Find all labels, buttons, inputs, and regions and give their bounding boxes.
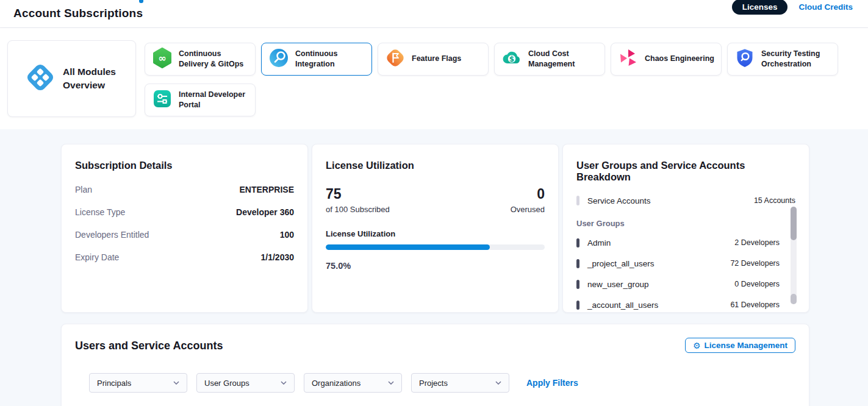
user-group-count: 72 Developers — [730, 259, 780, 268]
service-accounts-label: Service Accounts — [587, 196, 651, 205]
user-group-row: new_user_group 0 Developers — [576, 274, 780, 294]
module-card-continuous-integration[interactable]: Continuous Integration — [261, 43, 372, 76]
user-group-count: 61 Developers — [730, 301, 780, 309]
module-cards: ∞ Continuous Delivery & GitOps Continuou… — [145, 43, 840, 116]
subscription-row: Developers Entitled 100 — [75, 230, 294, 240]
user-group-marker-icon — [576, 238, 579, 248]
license-management-label: License Management — [704, 341, 787, 350]
user-group-list: Admin 2 Developers _project_all_users 72… — [576, 232, 780, 315]
cloud-cost-icon: $ — [501, 48, 522, 71]
gear-icon: ⚙ — [693, 341, 701, 350]
breadcrumb-fragment — [139, 0, 143, 3]
continuous-integration-icon — [268, 48, 289, 71]
breakdown-scrollbar[interactable] — [791, 207, 797, 304]
module-card-internal-developer-portal[interactable]: Internal Developer Portal — [145, 84, 256, 116]
row-label: Developers Entitled — [75, 230, 149, 240]
row-value: ENTERPRISE — [240, 185, 294, 194]
module-card-cloud-cost[interactable]: $ Cloud Cost Management — [494, 43, 605, 76]
service-accounts-value: 15 Accounts — [754, 196, 795, 205]
subscription-details-card: Subscription Details Plan ENTERPRISE Lic… — [61, 144, 308, 313]
all-modules-overview-label: All Modules Overview — [63, 65, 119, 93]
subscription-row: Expiry Date 1/1/2030 — [75, 252, 294, 262]
user-group-row: Admin 2 Developers — [576, 232, 780, 253]
subscription-row: License Type Developer 360 — [75, 207, 294, 217]
header-tabs: Licenses Cloud Credits — [732, 0, 853, 15]
licenses-tab[interactable]: Licenses — [732, 0, 788, 15]
breakdown-card: User Groups and Service Accounts Breakdo… — [562, 144, 809, 313]
user-groups-header: User Groups — [576, 219, 795, 228]
overused-count-block: 0 Overused — [511, 186, 545, 214]
module-card-security-testing[interactable]: Security Testing Orchestration — [727, 43, 838, 76]
dropdown-label: Principals — [97, 379, 131, 388]
page-title: Account Subscriptions — [13, 7, 143, 20]
used-caption: of 100 Subscribed — [326, 205, 390, 214]
chevron-down-icon — [281, 381, 287, 385]
user-group-count: 2 Developers — [734, 238, 780, 247]
module-card-feature-flags[interactable]: Feature Flags — [378, 43, 489, 76]
module-label: Chaos Engineering — [645, 54, 714, 65]
organizations-dropdown[interactable]: Organizations — [304, 373, 402, 393]
user-group-row: _account_all_users 61 Developers — [576, 294, 780, 315]
all-modules-icon — [24, 62, 56, 96]
module-label: Internal Developer Portal — [179, 90, 248, 111]
projects-dropdown[interactable]: Projects — [411, 373, 509, 393]
module-card-cd-gitops[interactable]: ∞ Continuous Delivery & GitOps — [145, 43, 256, 76]
svg-text:$: $ — [509, 55, 514, 63]
row-label: Plan — [75, 185, 92, 194]
scrollbar-thumb-end — [791, 294, 797, 304]
module-label: Continuous Integration — [295, 49, 365, 70]
svg-text:∞: ∞ — [158, 52, 166, 64]
user-group-name: _account_all_users — [587, 301, 658, 310]
chevron-down-icon — [173, 381, 179, 385]
used-count: 75 — [326, 186, 390, 203]
user-group-marker-icon — [576, 259, 579, 268]
internal-developer-portal-icon — [152, 88, 173, 112]
user-group-name: new_user_group — [587, 280, 649, 289]
principals-dropdown[interactable]: Principals — [89, 373, 187, 393]
user-group-name: _project_all_users — [587, 259, 655, 268]
user-groups-dropdown[interactable]: User Groups — [196, 373, 295, 393]
dropdown-label: User Groups — [204, 379, 249, 388]
license-utilization-title: License Utilization — [326, 160, 545, 171]
license-utilization-bar-fill — [326, 244, 490, 250]
user-group-row: _project_all_users 72 Developers — [576, 253, 780, 274]
service-accounts-marker-icon — [576, 196, 579, 205]
feature-flags-icon — [385, 48, 406, 71]
cloud-credits-tab[interactable]: Cloud Credits — [798, 2, 853, 12]
used-count-block: 75 of 100 Subscribed — [326, 186, 390, 214]
apply-filters-link[interactable]: Apply Filters — [526, 378, 578, 388]
all-modules-overview-card[interactable]: All Modules Overview — [7, 40, 136, 117]
row-label: License Type — [75, 207, 125, 217]
overused-count: 0 — [511, 186, 545, 203]
user-group-count: 0 Developers — [734, 280, 780, 288]
subscription-details-title: Subscription Details — [75, 160, 294, 171]
license-management-button[interactable]: ⚙ License Management — [685, 338, 795, 353]
service-accounts-row: Service Accounts 15 Accounts — [576, 196, 795, 205]
filters-row: Principals User Groups Organizations Pro… — [89, 373, 795, 393]
modules-band: All Modules Overview ∞ Continuous Delive… — [0, 28, 868, 129]
module-card-chaos-engineering[interactable]: Chaos Engineering — [611, 43, 722, 76]
content-area: Subscription Details Plan ENTERPRISE Lic… — [0, 129, 868, 406]
chaos-engineering-icon — [618, 48, 639, 71]
module-label: Feature Flags — [412, 54, 461, 65]
module-label: Continuous Delivery & GitOps — [179, 49, 248, 70]
subscription-row: Plan ENTERPRISE — [75, 185, 294, 194]
user-group-marker-icon — [576, 301, 579, 310]
chevron-down-icon — [388, 381, 394, 385]
module-label: Security Testing Orchestration — [761, 49, 831, 70]
user-group-name: Admin — [587, 238, 611, 248]
row-value: 1/1/2030 — [261, 252, 295, 262]
row-value: 100 — [280, 230, 294, 240]
license-utilization-card: License Utilization 75 of 100 Subscribed… — [312, 144, 559, 313]
overused-caption: Overused — [511, 205, 545, 214]
scrollbar-thumb[interactable] — [791, 207, 797, 240]
dropdown-label: Projects — [419, 379, 448, 388]
security-testing-icon — [734, 48, 755, 71]
chevron-down-icon — [495, 381, 501, 385]
row-value: Developer 360 — [236, 207, 294, 217]
page-header: Account Subscriptions Licenses Cloud Cre… — [0, 0, 868, 28]
users-section-card: Users and Service Accounts ⚙ License Man… — [61, 324, 809, 406]
module-label: Cloud Cost Management — [528, 49, 598, 70]
user-group-marker-icon — [576, 280, 579, 289]
utilization-percent-label: 75.0% — [326, 261, 545, 271]
